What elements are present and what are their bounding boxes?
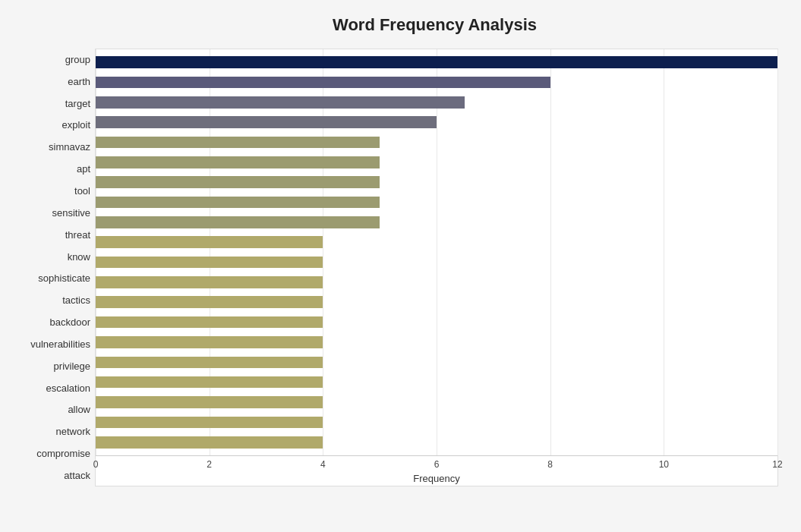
x-tick: 6 (434, 459, 440, 470)
y-label: know (8, 246, 90, 267)
bar-row (96, 252, 777, 272)
x-tick: 0 (93, 459, 99, 470)
bar-row (96, 352, 777, 372)
x-tick: 4 (320, 459, 326, 470)
bar (96, 316, 323, 329)
y-label: apt (8, 159, 90, 180)
bar-row (96, 172, 777, 192)
bar-row (96, 392, 777, 412)
chart-container: Word Frequency Analysis groupearthtarget… (0, 0, 801, 532)
bars-section: groupearthtargetexploitsimnavazapttoolse… (8, 49, 778, 486)
y-label: simnavaz (8, 137, 90, 158)
bar (96, 176, 380, 188)
bar-row (96, 153, 777, 172)
bar-row (96, 72, 777, 92)
x-tick: 8 (547, 459, 553, 470)
bar (96, 376, 323, 389)
plot-area: 024681012 Frequency (95, 49, 778, 486)
bar (96, 197, 380, 209)
bar-row (96, 373, 777, 392)
y-label: backdoor (8, 312, 90, 333)
chart-title: Word Frequency Analysis (8, 15, 778, 35)
y-label: privilege (8, 355, 90, 376)
bar (96, 296, 323, 308)
bar-row (96, 192, 777, 212)
bar (96, 156, 380, 168)
x-tick: 2 (207, 459, 212, 470)
y-label: group (8, 49, 90, 70)
bar-row (96, 292, 777, 312)
y-label: exploit (8, 115, 90, 136)
bar (96, 236, 323, 248)
x-tick: 12 (772, 459, 782, 470)
bar (96, 357, 323, 369)
bar (96, 396, 323, 408)
bar (96, 417, 323, 429)
y-label: vulnerabilities (8, 333, 90, 354)
bar-row (96, 232, 777, 252)
bar-row (96, 112, 777, 132)
bar-row (96, 272, 777, 292)
y-label: network (8, 421, 90, 442)
x-axis: 024681012 Frequency (96, 455, 777, 486)
y-label: sensitive (8, 202, 90, 223)
grid-line (777, 49, 778, 455)
bar (96, 336, 323, 348)
y-labels: groupearthtargetexploitsimnavazapttoolse… (8, 49, 95, 486)
y-label: attack (8, 464, 90, 486)
bar (96, 137, 380, 149)
bar (96, 116, 437, 128)
bar-row (96, 52, 777, 72)
y-label: earth (8, 71, 90, 92)
y-label: tactics (8, 290, 90, 311)
bar (96, 257, 323, 269)
bar (96, 56, 777, 68)
x-tick: 10 (659, 459, 669, 470)
bar-row (96, 93, 777, 112)
bar-row (96, 433, 777, 452)
bar-row (96, 212, 777, 232)
bar (96, 436, 323, 449)
y-label: sophisticate (8, 268, 90, 289)
x-ticks: 024681012 (96, 456, 777, 471)
grid-and-bars (96, 49, 777, 455)
y-label: threat (8, 224, 90, 245)
bar-row (96, 412, 777, 432)
y-label: tool (8, 180, 90, 201)
bars-rows (96, 49, 777, 455)
y-label: allow (8, 399, 90, 420)
x-axis-label: Frequency (96, 473, 777, 484)
y-label: escalation (8, 377, 90, 398)
y-label: target (8, 93, 90, 114)
bar-row (96, 312, 777, 332)
bar (96, 77, 550, 89)
y-label: compromise (8, 443, 90, 464)
full-chart: Word Frequency Analysis groupearthtarget… (8, 15, 778, 486)
bar-row (96, 132, 777, 152)
bar-row (96, 332, 777, 352)
bar (96, 216, 380, 228)
bar (96, 96, 465, 109)
bar (96, 276, 323, 288)
